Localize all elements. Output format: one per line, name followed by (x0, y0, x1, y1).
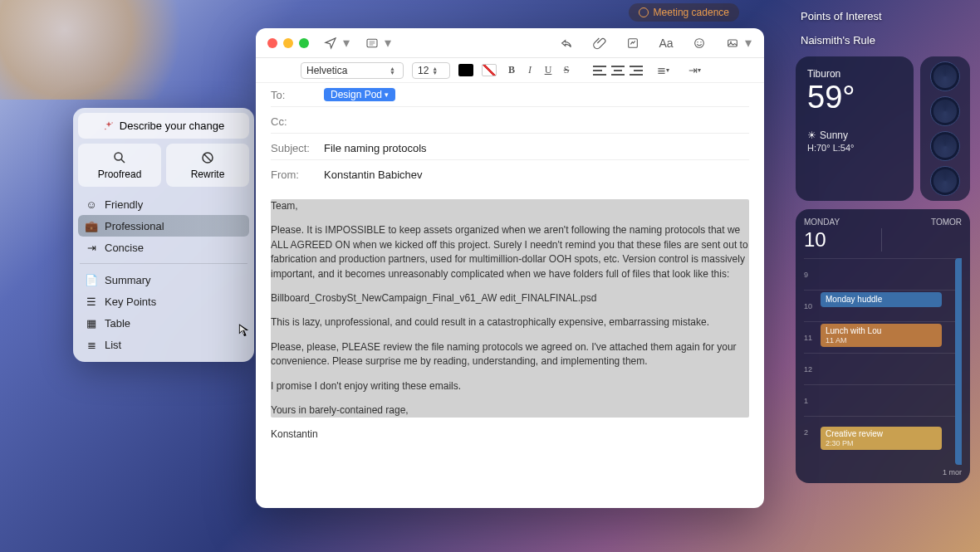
indent-button[interactable]: ⇥ ▾ (683, 60, 706, 81)
svg-point-2 (115, 153, 122, 160)
format-bar: Helvetica ▲▼ 12 ▲▼ B I U S ≣ ▾ ⇥ ▾ (256, 58, 764, 83)
describe-change-label: Describe your change (120, 120, 224, 132)
desktop-link-naismith[interactable]: Naismith's Rule (796, 32, 970, 48)
to-recipient-token[interactable]: Design Pod▾ (324, 88, 395, 101)
underline-button[interactable]: U (541, 64, 555, 76)
sparkle-icon (103, 120, 115, 132)
tone-professional[interactable]: 💼Professional (78, 215, 249, 237)
mail-headers: To: Design Pod▾ Cc: Subject: File naming… (256, 83, 764, 194)
doc-icon: 📄 (85, 273, 98, 286)
svg-line-5 (204, 154, 212, 162)
send-button[interactable] (319, 32, 342, 54)
collapse-icon: ⇥ (85, 241, 98, 254)
tone-friendly[interactable]: ☺Friendly (78, 193, 249, 215)
to-row[interactable]: To: Design Pod▾ (271, 88, 749, 107)
desktop-link-poi[interactable]: Points of Interest (796, 8, 970, 24)
bold-button[interactable]: B (505, 64, 518, 76)
calendar-hour-grid: 9 10 Monday huddle 11 Lunch with Lou11 A… (804, 258, 962, 465)
markup-button[interactable] (621, 32, 644, 54)
reply-arrow-icon (560, 37, 573, 50)
list-fields-icon (365, 37, 379, 50)
weather-widget[interactable]: Tiburon 59° ☀ Sunny H:70° L:54° (796, 56, 914, 201)
align-center-button[interactable] (611, 66, 625, 76)
world-clocks-widget[interactable] (920, 56, 970, 201)
minimize-window-button[interactable] (283, 38, 293, 48)
alignment-group (593, 66, 643, 76)
menu-separator (80, 263, 247, 264)
tone-concise[interactable]: ⇥Concise (78, 237, 249, 258)
format-keypoints[interactable]: ☰Key Points (78, 291, 249, 312)
bg-color-swatch[interactable] (482, 64, 497, 76)
briefcase-icon: 💼 (85, 219, 98, 232)
calendar-widget[interactable]: MONDAY TOMOR 10 9 10 Monday huddle 11 Lu… (796, 209, 970, 483)
calendar-today-number: 10 (804, 228, 826, 252)
attach-button[interactable] (588, 32, 611, 54)
font-family-select[interactable]: Helvetica ▲▼ (301, 62, 404, 79)
rewrite-icon (200, 150, 215, 165)
align-right-button[interactable] (630, 66, 643, 76)
calendar-event[interactable]: Creative review2:30 PM (821, 427, 942, 450)
format-summary[interactable]: 📄Summary (78, 269, 249, 291)
clock-face-icon (930, 166, 960, 196)
format-list[interactable]: ≣List (78, 334, 249, 355)
calendar-event-trip[interactable]: Trip t (955, 258, 962, 465)
calendar-day-labels: MONDAY TOMOR (804, 217, 962, 227)
from-label: From: (271, 169, 317, 181)
svg-rect-14 (728, 40, 737, 46)
markup-icon (626, 37, 639, 50)
calendar-divider (881, 228, 882, 252)
weather-hilo: H:70° L:54° (807, 143, 902, 153)
calendar-event[interactable]: Monday huddle (821, 292, 942, 307)
subject-label: Subject: (271, 142, 317, 154)
zoom-window-button[interactable] (299, 38, 309, 48)
reminder-pill-meeting-cadence[interactable]: Meeting cadence (629, 3, 739, 22)
from-row[interactable]: From: Konstantin Babichev (271, 169, 749, 186)
list-style-button[interactable]: ≣ ▾ (651, 60, 674, 81)
calendar-tomorrow-label: TOMOR (931, 217, 962, 227)
strike-button[interactable]: S (560, 64, 573, 76)
svg-point-1 (105, 128, 105, 129)
italic-button[interactable]: I (523, 64, 537, 76)
desktop-right-column: Points of Interest Naismith's Rule Tibur… (796, 8, 970, 483)
stepper-icon: ▲▼ (432, 65, 440, 76)
rewrite-button[interactable]: Rewrite (166, 144, 249, 187)
header-fields-chevron[interactable]: ▾ (384, 32, 392, 54)
subject-row[interactable]: Subject: File naming protocols (271, 142, 749, 160)
font-size-select[interactable]: 12 ▲▼ (412, 62, 450, 79)
mail-body[interactable]: Team, Please. It is IMPOSSIBLE to keep a… (256, 194, 764, 508)
reminder-circle-icon (639, 7, 649, 17)
list-icon: ≣ (85, 338, 98, 351)
photo-chevron[interactable]: ▾ (744, 32, 752, 54)
chevron-down-icon: ▾ (385, 90, 389, 99)
calendar-event[interactable]: Lunch with Lou11 AM (821, 324, 942, 347)
desktop-background-texture (0, 0, 216, 100)
weather-temperature: 59° (807, 81, 902, 113)
mail-titlebar: ▾ ▾ Aa ▾ (256, 28, 764, 58)
align-left-button[interactable] (593, 66, 606, 76)
proofread-button[interactable]: Proofread (78, 144, 161, 187)
cc-row[interactable]: Cc: (271, 115, 749, 134)
format-table[interactable]: ▦Table (78, 312, 249, 334)
smile-icon: ☺ (85, 198, 98, 211)
close-window-button[interactable] (267, 38, 277, 48)
reply-button[interactable] (555, 32, 578, 54)
photo-browser-button[interactable] (721, 32, 744, 54)
send-options-chevron[interactable]: ▾ (342, 32, 350, 54)
mail-compose-window: ▾ ▾ Aa ▾ Helvetica ▲▼ 12 ▲▼ B I (256, 28, 764, 508)
clock-face-icon (930, 131, 960, 161)
window-traffic-lights (267, 38, 309, 48)
svg-line-3 (121, 159, 125, 163)
format-button[interactable]: Aa (654, 32, 678, 54)
svg-point-12 (697, 42, 698, 42)
svg-point-13 (700, 42, 701, 42)
header-fields-button[interactable] (360, 32, 384, 54)
subject-value: File naming protocols (324, 142, 427, 154)
describe-change-button[interactable]: Describe your change (78, 113, 249, 139)
paperclip-icon (593, 37, 606, 50)
photo-icon (726, 37, 739, 50)
text-color-swatch[interactable] (458, 64, 473, 76)
smile-icon (693, 37, 706, 50)
writing-tools-popover: Describe your change Proofread Rewrite ☺… (73, 108, 254, 362)
aa-icon: Aa (659, 37, 673, 50)
emoji-button[interactable] (688, 32, 711, 54)
